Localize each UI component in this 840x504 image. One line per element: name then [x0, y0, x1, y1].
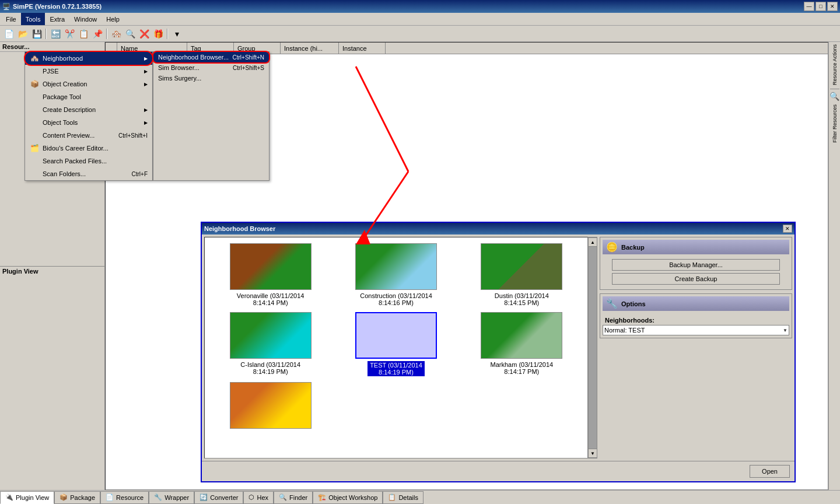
- maximize-button[interactable]: □: [816, 2, 826, 11]
- create-description-label: Create Description: [43, 106, 96, 113]
- resource-actions-tab[interactable]: Resource Actions: [831, 42, 838, 88]
- package-tab-label: Package: [70, 494, 95, 501]
- submenu-item-sim-browser[interactable]: Sim Browser... Ctrl+Shift+S: [153, 62, 269, 73]
- col-instance[interactable]: Instance: [339, 43, 386, 54]
- toolbar-btn3[interactable]: ✂️: [63, 27, 76, 40]
- nh-scroll-track[interactable]: [589, 247, 597, 449]
- pjse-icon: [30, 66, 39, 76]
- minimize-button[interactable]: —: [804, 2, 814, 11]
- menu-item-create-description[interactable]: Create Description ▶: [25, 103, 152, 116]
- nh-scroll-up[interactable]: ▲: [588, 237, 597, 247]
- tools-dropdown: 🏘️ Neighborhood ▶ PJSE ▶ 📦 Object Creati…: [0, 51, 270, 181]
- toolbar-open[interactable]: 📂: [16, 27, 29, 40]
- menu-item-object-tools[interactable]: Object Tools ▶: [25, 116, 152, 129]
- toolbar-dropdown[interactable]: ▾: [170, 27, 183, 40]
- toolbar-btn4[interactable]: 📋: [77, 27, 90, 40]
- menu-item-search-packed[interactable]: Search Packed Files...: [25, 155, 152, 167]
- nh-thumb-markham: [481, 312, 562, 359]
- close-button[interactable]: ✕: [827, 2, 838, 11]
- tab-wrapper[interactable]: 🔧 Wrapper: [149, 491, 194, 504]
- toolbar-btn5[interactable]: 📌: [91, 27, 104, 40]
- tab-plugin-view[interactable]: 🔌 Plugin View: [0, 491, 54, 504]
- finder-tab-label: Finder: [289, 494, 307, 501]
- neighborhoods-select[interactable]: Normal: TEST ▼: [603, 325, 789, 335]
- nh-scroll-down[interactable]: ▼: [588, 449, 597, 458]
- menu-item-content-preview[interactable]: Content Preview... Ctrl+Shift+I: [25, 129, 152, 142]
- toolbar-btn8[interactable]: ❌: [138, 27, 150, 40]
- tab-details[interactable]: 📋 Details: [383, 491, 424, 504]
- tab-hex[interactable]: ⬡ Hex: [243, 491, 274, 504]
- nh-label-construction: Construction (03/11/20148:14:16 PM): [360, 292, 432, 306]
- resource-icon: 📄: [106, 494, 114, 501]
- tab-converter[interactable]: 🔄 Converter: [194, 491, 243, 504]
- toolbar-sep2: [106, 29, 107, 39]
- options-title: Options: [621, 300, 646, 307]
- submenu-item-nh-browser[interactable]: Neighborhood Browser... Ctrl+Shift+N: [153, 52, 269, 62]
- filter-resources-tab[interactable]: Filter Resources: [831, 102, 838, 145]
- menu-help[interactable]: Help: [102, 13, 124, 25]
- bidou-icon: 🗂️: [30, 144, 39, 153]
- plugin-view-label: Plugin View: [0, 266, 104, 276]
- nh-grid: Veronaville (03/11/20148:14:14 PM) Const…: [205, 237, 587, 437]
- nh-browser-window: Neighborhood Browser ✕ Veronaville (03/1…: [201, 222, 796, 482]
- nh-item-veronaville[interactable]: Veronaville (03/11/20148:14:14 PM): [211, 243, 330, 306]
- title-bar-text: 🖥️ SimPE (Version 0.72.1.33855): [2, 3, 102, 10]
- menu-file[interactable]: File: [1, 13, 21, 25]
- toolbar-sep1: [46, 29, 47, 39]
- object-tools-label: Object Tools: [43, 119, 78, 126]
- menu-item-scan-folders[interactable]: Scan Folders... Ctrl+F: [25, 167, 152, 180]
- sidebar-sep: [830, 89, 839, 89]
- package-tool-icon: [30, 92, 39, 102]
- tab-resource[interactable]: 📄 Resource: [100, 491, 149, 504]
- menu-window[interactable]: Window: [69, 13, 102, 25]
- tab-package[interactable]: 📦 Package: [54, 491, 100, 504]
- nh-backup-header: 🪙 Backup: [603, 240, 789, 254]
- menu-item-package-tool[interactable]: Package Tool: [25, 90, 152, 103]
- nh-item-test[interactable]: TEST (03/11/20148:14:19 PM): [336, 312, 456, 376]
- neighborhood-label: Neighborhood: [43, 55, 83, 62]
- plugin-view-content: [0, 276, 104, 490]
- toolbar-btn9[interactable]: 🎁: [152, 27, 164, 40]
- menu-item-neighborhood[interactable]: 🏘️ Neighborhood ▶: [25, 52, 152, 65]
- menu-item-bidou[interactable]: 🗂️ Bidou's Career Editor...: [25, 142, 152, 155]
- nh-open-button[interactable]: Open: [750, 465, 790, 478]
- nh-item-people[interactable]: [211, 382, 330, 431]
- scan-folders-icon: [30, 169, 39, 178]
- tab-finder[interactable]: 🔍 Finder: [274, 491, 313, 504]
- menu-item-pjse[interactable]: PJSE ▶: [25, 65, 152, 78]
- scan-folders-label: Scan Folders...: [43, 170, 86, 177]
- nh-browser-close[interactable]: ✕: [783, 225, 792, 233]
- menu-item-object-creation[interactable]: 📦 Object Creation ▶: [25, 78, 152, 90]
- toolbar-btn2[interactable]: 🔙: [49, 27, 62, 40]
- object-creation-icon: 📦: [30, 79, 39, 89]
- col-instance-hi[interactable]: Instance (hi...: [281, 43, 339, 54]
- nh-item-cisland[interactable]: C-Island (03/11/20148:14:19 PM): [211, 312, 330, 376]
- create-backup-btn[interactable]: Create Backup: [612, 273, 780, 285]
- tab-object-workshop[interactable]: 🏗️ Object Workshop: [313, 491, 383, 504]
- submenu-item-sims-surgery[interactable]: Sims Surgery...: [153, 73, 269, 83]
- filter-icon[interactable]: 🔍: [828, 90, 840, 102]
- nh-item-construction[interactable]: Construction (03/11/20148:14:16 PM): [336, 243, 456, 306]
- nh-item-markham[interactable]: Markham (03/11/20148:14:17 PM): [462, 312, 582, 376]
- neighborhood-submenu: Neighborhood Browser... Ctrl+Shift+N Sim…: [153, 51, 270, 181]
- toolbar-save[interactable]: 💾: [30, 27, 43, 40]
- nh-browser-title-bar: Neighborhood Browser ✕: [202, 223, 794, 235]
- nh-browser-shortcut: Ctrl+Shift+N: [233, 54, 264, 61]
- menu-tools[interactable]: Tools: [21, 13, 46, 25]
- finder-icon: 🔍: [279, 494, 287, 501]
- toolbar-new[interactable]: 📄: [2, 27, 15, 40]
- toolbar-neighborhood[interactable]: 🏘️: [110, 27, 123, 40]
- nh-options-section: 🔧 Options Neighborhoods: Normal: TEST ▼: [600, 293, 792, 338]
- menu-extra[interactable]: Extra: [45, 13, 69, 25]
- nh-item-dustin[interactable]: Dustin (03/11/20148:14:15 PM): [462, 243, 582, 306]
- hex-icon: ⬡: [249, 494, 254, 501]
- nh-browser-main: Veronaville (03/11/20148:14:14 PM) Const…: [204, 237, 588, 459]
- backup-manager-btn[interactable]: Backup Manager...: [612, 259, 780, 271]
- neighborhoods-value: Normal: TEST: [604, 327, 645, 334]
- toolbar-btn7[interactable]: 🔍: [124, 27, 136, 40]
- nh-browser-content: Veronaville (03/11/20148:14:14 PM) Const…: [202, 235, 794, 461]
- create-description-icon: [30, 105, 39, 114]
- package-tool-label: Package Tool: [43, 93, 81, 100]
- neighborhood-arrow: ▶: [144, 56, 148, 61]
- neighborhood-icon: 🏘️: [30, 54, 39, 63]
